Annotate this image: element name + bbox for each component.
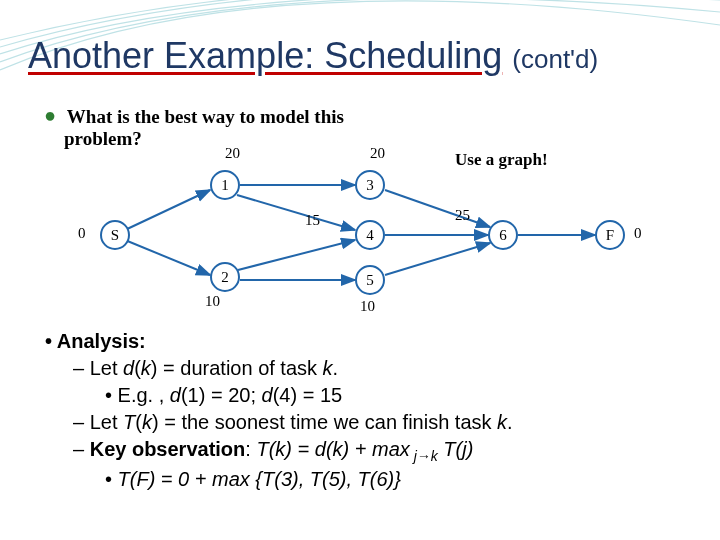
analysis-line2: E.g. , d(1) = 20; d(4) = 15 (105, 382, 690, 409)
analysis-line4: Key observation: T(k) = d(k) + max j→k T… (73, 436, 690, 466)
question-line1: What is the best way to model this (67, 106, 344, 127)
label-10b: 10 (360, 298, 375, 315)
node-4: 4 (355, 220, 385, 250)
title-main: Another Example: Scheduling (28, 35, 502, 76)
analysis-line5: T(F) = 0 + max {T(3), T(5), T(6)} (105, 466, 690, 493)
label-0a: 0 (78, 225, 86, 242)
analysis-line1: Let d(k) = duration of task k. (73, 355, 690, 382)
bullet-icon: ● (44, 104, 56, 127)
label-20a: 20 (225, 145, 240, 162)
node-2: 2 (210, 262, 240, 292)
label-10a: 10 (205, 293, 220, 310)
scheduling-graph: S 1 2 3 4 5 6 F 0 0 20 20 15 25 10 10 (70, 135, 680, 325)
node-3: 3 (355, 170, 385, 200)
node-5: 5 (355, 265, 385, 295)
node-S: S (100, 220, 130, 250)
title-sub: (cont'd) (512, 44, 598, 74)
node-6: 6 (488, 220, 518, 250)
slide-title: Another Example: Scheduling (cont'd) (28, 38, 700, 75)
analysis-block: Analysis: Let d(k) = duration of task k.… (45, 328, 690, 493)
analysis-head: Analysis: (45, 328, 690, 355)
label-25: 25 (455, 207, 470, 224)
node-1: 1 (210, 170, 240, 200)
label-15: 15 (305, 212, 320, 229)
analysis-line3: Let T(k) = the soonest time we can finis… (73, 409, 690, 436)
node-F: F (595, 220, 625, 250)
label-20b: 20 (370, 145, 385, 162)
label-0b: 0 (634, 225, 642, 242)
